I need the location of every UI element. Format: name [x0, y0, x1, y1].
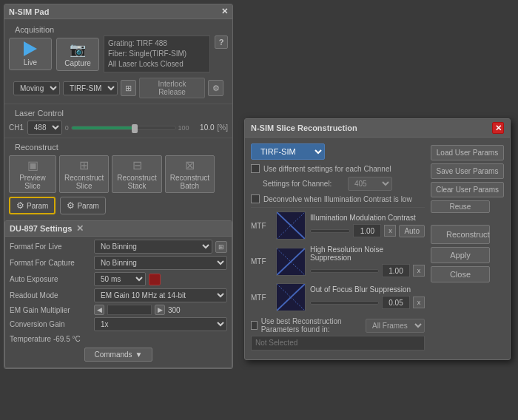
param-button-2[interactable]: ⚙ Param: [60, 197, 105, 214]
reconstruct-batch-button[interactable]: ⊠ Reconstruct Batch: [165, 155, 215, 193]
left-panel: N-SIM Pad ✕ Acquisition Live 📷 Capture G…: [4, 4, 233, 369]
save-user-params-button[interactable]: Save User Params: [431, 163, 504, 179]
format-live-label: Format For Live: [10, 243, 91, 251]
commands-row: Commands ▼: [10, 345, 227, 365]
main-left-column: TIRF-SIM Use different settings for each…: [251, 143, 425, 353]
reuse-button[interactable]: Reuse: [431, 200, 490, 213]
acquisition-buttons: Live 📷 Capture Grating: TIRF 488 Fiber: …: [9, 35, 228, 72]
mtf-x-btn-1[interactable]: x: [384, 225, 396, 237]
format-capture-dropdown[interactable]: No Binning: [94, 256, 227, 270]
acquisition-label: Acquisition: [9, 22, 228, 35]
mtf-x-btn-2[interactable]: x: [413, 265, 425, 277]
best-recon-dropdown[interactable]: All Frames: [366, 319, 425, 333]
preview-slice-button[interactable]: ▣ Preview Slice: [9, 155, 56, 193]
em-gain-left-arrow[interactable]: ◀: [94, 305, 104, 315]
close-right-panel-button[interactable]: ✕: [492, 122, 504, 134]
load-user-params-button[interactable]: Load User Params: [431, 145, 504, 160]
du-settings-panel: DU-897 Settings ✕ Format For Live No Bin…: [4, 220, 232, 368]
reconstruct-label: Reconstruct: [9, 140, 228, 153]
format-live-dropdown[interactable]: No Binning: [94, 240, 212, 254]
em-gain-track[interactable]: [107, 305, 152, 315]
em-gain-right-arrow[interactable]: ▶: [155, 305, 165, 315]
mtf-auto-btn-1[interactable]: Auto: [399, 225, 425, 237]
deconvolve-checkbox-row: Deconvolve when Illumination Contrast is…: [251, 194, 425, 203]
mtf-slider-3[interactable]: [310, 301, 379, 305]
param-button-1[interactable]: ⚙ Param: [9, 197, 56, 214]
right-panel-content: TIRF-SIM Use different settings for each…: [245, 138, 510, 359]
capture-button[interactable]: 📷 Capture: [56, 38, 99, 71]
commands-button[interactable]: Commands ▼: [84, 348, 152, 362]
params-row: ⚙ Param ⚙ Param: [9, 195, 228, 216]
mtf-section: MTF Illumination Modulation Contrast: [251, 207, 425, 311]
settings-icon-button[interactable]: ⚙: [208, 80, 223, 96]
apply-button[interactable]: Apply: [431, 247, 490, 263]
mtf-info-2: High Resolution Noise Suppression 1.00 x: [310, 245, 425, 277]
laser-slider-track[interactable]: [71, 126, 176, 130]
reconstruct-section: Reconstruct ▣ Preview Slice ⊞ Reconstruc…: [4, 138, 232, 217]
mtf-slider-1[interactable]: [310, 229, 350, 233]
diff-settings-checkbox[interactable]: [251, 164, 260, 173]
right-panel-title: N-SIM Slice Reconstruction: [251, 123, 357, 132]
reconstruct-button[interactable]: Reconstruct: [431, 225, 490, 244]
reconstruct-stack-icon: ⊟: [132, 158, 142, 172]
mtf-value-3: 0.05: [382, 296, 410, 309]
live-button[interactable]: Live: [9, 38, 52, 70]
ch1-value-dropdown[interactable]: 488: [27, 121, 62, 135]
reconstruct-slice-button[interactable]: ⊞ Reconstruct Slice: [59, 155, 109, 193]
tirf-dropdown-row: TIRF-SIM: [251, 143, 425, 160]
best-recon-checkbox[interactable]: [251, 321, 258, 330]
laser-slider-thumb[interactable]: [132, 124, 138, 133]
tirf-sim-dropdown[interactable]: TIRF-SIM: [63, 81, 118, 95]
format-capture-label: Format For Capture: [10, 259, 91, 267]
channel-dropdown[interactable]: 405: [348, 177, 392, 191]
close-button[interactable]: Close: [431, 266, 490, 282]
controls-row: Moving TIRF-SIM ⊞ Interlock Release ⚙: [9, 75, 228, 101]
close-left-panel-icon[interactable]: ✕: [221, 7, 228, 16]
acquisition-section: Acquisition Live 📷 Capture Grating: TIRF…: [4, 19, 232, 104]
mtf-slider-2[interactable]: [310, 269, 379, 273]
mtf-info-1: Illumination Modulation Contrast 1.00 x …: [310, 214, 425, 237]
slider-max: 100: [178, 124, 189, 132]
mtf-slider-row-3: 0.05 x: [310, 296, 425, 309]
clear-user-params-button[interactable]: Clear User Params: [431, 182, 504, 197]
format-live-row: Format For Live No Binning ⊞: [10, 240, 227, 254]
interlock-release-button[interactable]: Interlock Release: [139, 78, 206, 98]
close-du-panel-icon[interactable]: ✕: [76, 223, 84, 234]
format-capture-row: Format For Capture No Binning: [10, 256, 227, 270]
deconvolve-checkbox[interactable]: [251, 194, 260, 203]
diff-settings-checkbox-row: Use different settings for each Channel: [251, 164, 425, 173]
play-icon: [24, 41, 37, 56]
auto-exposure-dropdown[interactable]: 50 ms: [94, 272, 146, 286]
conversion-gain-dropdown[interactable]: 1x: [94, 317, 227, 331]
red-indicator-button[interactable]: [149, 274, 161, 285]
mtf-x-btn-3[interactable]: x: [413, 297, 425, 308]
em-gain-row: EM Gain Multiplier ◀ ▶ 300: [10, 305, 227, 315]
moving-dropdown[interactable]: Moving: [13, 81, 60, 95]
mtf-value-2: 1.00: [382, 264, 410, 277]
grid-icon-button[interactable]: ⊞: [121, 80, 136, 96]
mtf-label-1: MTF: [251, 222, 272, 230]
commands-chevron-icon: ▼: [135, 350, 143, 359]
tirf-sim-main-dropdown[interactable]: TIRF-SIM: [251, 143, 325, 160]
right-panel: N-SIM Slice Reconstruction ✕ TIRF-SIM Us…: [244, 118, 511, 360]
mtf-title-1: Illumination Modulation Contrast: [310, 214, 425, 222]
em-gain-label: EM Gain Multiplier: [10, 306, 91, 314]
main-right-column: Load User Params Save User Params Clear …: [431, 143, 504, 353]
mtf-thumbnail-2: [276, 248, 306, 276]
preview-slice-icon: ▣: [27, 158, 38, 172]
mtf-title-2: High Resolution Noise Suppression: [310, 245, 425, 262]
channel-row: Settings for Channel: 405: [251, 177, 425, 191]
left-panel-titlebar: N-SIM Pad ✕: [4, 4, 232, 19]
reconstruct-stack-button[interactable]: ⊟ Reconstruct Stack: [112, 155, 161, 193]
auto-exposure-row: Auto Exposure 50 ms: [10, 272, 227, 286]
main-content-row: TIRF-SIM Use different settings for each…: [251, 143, 504, 353]
mtf-slider-row-1: 1.00 x Auto: [310, 224, 425, 237]
du-content: Format For Live No Binning ⊞ Format For …: [5, 237, 232, 368]
format-live-extra-btn[interactable]: ⊞: [215, 241, 227, 253]
acquisition-info: Grating: TIRF 488 Fiber: Single(TIRF-SIM…: [104, 35, 210, 72]
help-button[interactable]: ?: [215, 35, 228, 49]
readout-mode-dropdown[interactable]: EM Gain 10 MHz at 14-bit: [94, 288, 227, 302]
readout-mode-row: Readout Mode EM Gain 10 MHz at 14-bit: [10, 288, 227, 302]
best-recon-row: Use best Reconstruction Parameters found…: [251, 317, 425, 333]
conversion-gain-label: Conversion Gain: [10, 320, 91, 328]
